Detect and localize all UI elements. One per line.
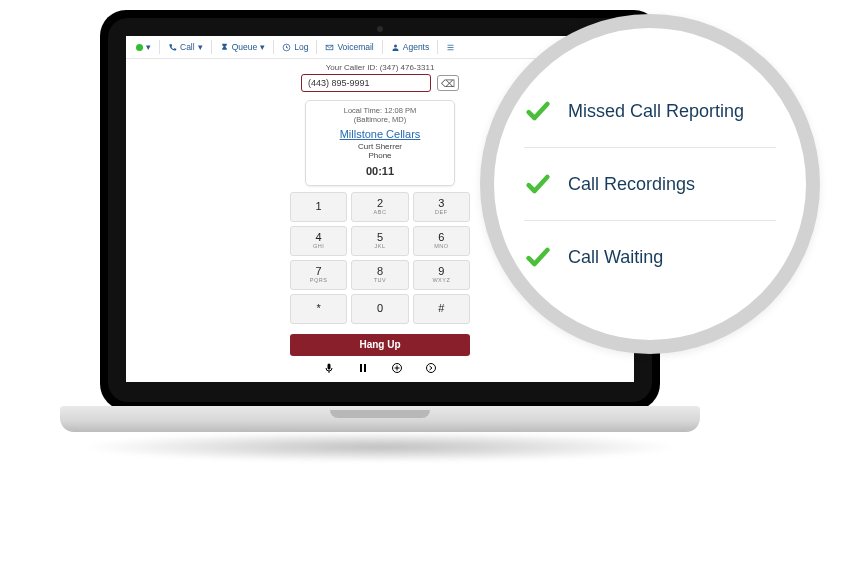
online-dot-icon: [136, 44, 143, 51]
keypad-key-*[interactable]: *: [290, 294, 347, 324]
svg-point-2: [394, 44, 397, 47]
laptop-shadow: [80, 432, 680, 462]
list-menu[interactable]: [440, 41, 461, 54]
queue-menu[interactable]: Queue ▾: [214, 40, 272, 54]
feature-item: Call Recordings: [524, 147, 776, 220]
dial-keypad: 12ABC3DEF4GHI5JKL6MNO7PQRS8TUV9WXYZ*0#: [290, 192, 470, 324]
webcam-dot: [377, 26, 383, 32]
chevron-down-icon: ▾: [198, 42, 203, 52]
keypad-key-1[interactable]: 1: [290, 192, 347, 222]
key-letters: TUV: [374, 277, 387, 283]
key-digit: 9: [438, 266, 444, 277]
log-label: Log: [294, 42, 308, 52]
key-letters: PQRS: [310, 277, 328, 283]
key-letters: MNO: [434, 243, 448, 249]
active-call-card: Local Time: 12:08 PM (Baltimore, MD) Mil…: [305, 100, 455, 186]
agents-label: Agents: [403, 42, 429, 52]
clock-icon: [282, 43, 291, 52]
chevron-down-icon: ▾: [146, 42, 151, 52]
key-digit: 4: [316, 232, 322, 243]
key-letters: ABC: [374, 209, 387, 215]
backspace-button[interactable]: ⌫: [437, 75, 459, 91]
key-letters: DEF: [435, 209, 448, 215]
keypad-key-0[interactable]: 0: [351, 294, 408, 324]
key-digit: #: [438, 303, 444, 314]
voicemail-menu[interactable]: Voicemail: [319, 40, 379, 54]
log-menu[interactable]: Log: [276, 40, 314, 54]
hourglass-icon: [220, 43, 229, 52]
svg-rect-5: [360, 364, 362, 372]
key-digit: *: [317, 303, 321, 314]
feature-label: Missed Call Reporting: [568, 101, 744, 122]
check-icon: [524, 243, 552, 271]
call-label: Call: [180, 42, 195, 52]
transfer-button[interactable]: [425, 362, 437, 377]
keypad-key-2[interactable]: 2ABC: [351, 192, 408, 222]
add-call-button[interactable]: [391, 362, 403, 377]
local-time: Local Time: 12:08 PM (Baltimore, MD): [310, 107, 450, 124]
key-digit: 2: [377, 198, 383, 209]
call-timer: 00:11: [310, 165, 450, 177]
feature-item: Missed Call Reporting: [524, 75, 776, 147]
check-icon: [524, 170, 552, 198]
phone-icon: [168, 43, 177, 52]
svg-point-8: [427, 363, 436, 372]
voicemail-label: Voicemail: [337, 42, 373, 52]
keypad-key-8[interactable]: 8TUV: [351, 260, 408, 290]
feature-label: Call Recordings: [568, 174, 695, 195]
caller-id-value: (347) 476-3311: [380, 63, 435, 72]
list-icon: [446, 43, 455, 52]
queue-label: Queue: [232, 42, 258, 52]
key-digit: 3: [438, 198, 444, 209]
key-digit: 0: [377, 303, 383, 314]
backspace-icon: ⌫: [441, 78, 455, 89]
feature-callout: Missed Call Reporting Call Recordings Ca…: [480, 14, 820, 354]
key-digit: 5: [377, 232, 383, 243]
keypad-key-3[interactable]: 3DEF: [413, 192, 470, 222]
person-icon: [391, 43, 400, 52]
key-digit: 6: [438, 232, 444, 243]
call-controls: [126, 362, 634, 377]
check-icon: [524, 97, 552, 125]
svg-rect-6: [364, 364, 366, 372]
key-digit: 1: [316, 201, 322, 212]
keypad-key-6[interactable]: 6MNO: [413, 226, 470, 256]
feature-item: Call Waiting: [524, 220, 776, 293]
key-letters: GHI: [313, 243, 324, 249]
contact-info: Curt Sherrer Phone: [310, 143, 450, 161]
agents-menu[interactable]: Agents: [385, 40, 435, 54]
mute-button[interactable]: [323, 362, 335, 377]
key-digit: 8: [377, 266, 383, 277]
mail-icon: [325, 43, 334, 52]
keypad-key-#[interactable]: #: [413, 294, 470, 324]
keypad-key-4[interactable]: 4GHI: [290, 226, 347, 256]
company-link[interactable]: Millstone Cellars: [310, 128, 450, 140]
keypad-key-5[interactable]: 5JKL: [351, 226, 408, 256]
keypad-key-7[interactable]: 7PQRS: [290, 260, 347, 290]
key-digit: 7: [316, 266, 322, 277]
svg-rect-3: [328, 363, 331, 369]
key-letters: JKL: [375, 243, 386, 249]
hold-button[interactable]: [357, 362, 369, 377]
laptop-base: [60, 406, 700, 432]
status-indicator[interactable]: ▾: [130, 40, 157, 54]
keypad-key-9[interactable]: 9WXYZ: [413, 260, 470, 290]
dial-input[interactable]: [301, 74, 431, 92]
caller-id-label: Your Caller ID:: [326, 63, 378, 72]
chevron-down-icon: ▾: [260, 42, 265, 52]
key-letters: WXYZ: [432, 277, 450, 283]
feature-label: Call Waiting: [568, 247, 663, 268]
call-menu[interactable]: Call ▾: [162, 40, 209, 54]
hangup-button[interactable]: Hang Up: [290, 334, 470, 356]
